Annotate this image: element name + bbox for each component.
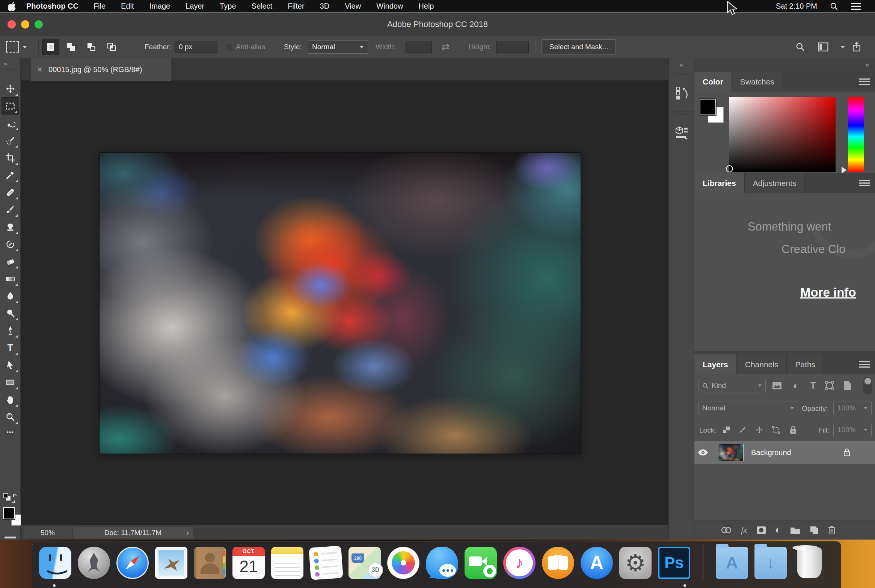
apple-menu-icon[interactable]: [8, 2, 16, 11]
new-group-icon[interactable]: [790, 526, 801, 534]
lasso-tool[interactable]: [2, 115, 19, 132]
lock-pixels-icon[interactable]: [736, 424, 749, 436]
dock-photos-icon[interactable]: [387, 547, 419, 579]
type-tool[interactable]: T: [2, 339, 19, 356]
color-picker-indicator[interactable]: [726, 165, 733, 172]
layer-thumbnail[interactable]: [718, 444, 744, 461]
document-tab[interactable]: × 00015.jpg @ 50% (RGB/8#): [31, 58, 171, 81]
canvas-image[interactable]: [100, 153, 581, 454]
3d-panel-icon[interactable]: [669, 115, 694, 151]
dock-system-preferences-icon[interactable]: ⚙: [619, 547, 652, 579]
menu-app-name[interactable]: Photoshop CC: [26, 2, 78, 11]
fill-select[interactable]: 100%: [833, 423, 872, 437]
more-info-link[interactable]: More info: [800, 285, 856, 300]
dock-finder-icon[interactable]: [39, 547, 71, 579]
share-icon[interactable]: [852, 36, 861, 58]
opacity-select[interactable]: 100%: [833, 401, 872, 415]
dock-maps-icon[interactable]: 280 3D: [348, 547, 381, 579]
panels-collapse-button[interactable]: «: [669, 58, 694, 72]
menu-select[interactable]: Select: [252, 2, 273, 11]
minimize-window-button[interactable]: [21, 20, 29, 29]
filter-adjustment-layers-icon[interactable]: ◐: [789, 380, 803, 392]
spotlight-search-icon[interactable]: [830, 2, 838, 11]
panel-menu-icon[interactable]: [859, 78, 870, 85]
tab-paths[interactable]: Paths: [787, 354, 824, 374]
status-chevron-icon[interactable]: ›: [186, 528, 189, 537]
panel-menu-icon[interactable]: [859, 180, 870, 186]
notification-center-icon[interactable]: [851, 3, 861, 10]
history-panel-icon[interactable]: [669, 75, 694, 112]
layer-row-background[interactable]: Background: [694, 441, 875, 464]
workspace-switcher-icon[interactable]: [818, 36, 828, 58]
dock-calendar-icon[interactable]: OCT 21: [232, 547, 265, 579]
close-tab-icon[interactable]: ×: [37, 64, 42, 75]
subtract-from-selection-button[interactable]: [83, 39, 100, 55]
panel-menu-icon[interactable]: [859, 361, 870, 368]
panels-header[interactable]: »: [694, 58, 875, 72]
spot-healing-brush-tool[interactable]: [2, 184, 19, 201]
menu-filter[interactable]: Filter: [288, 2, 304, 11]
menu-type[interactable]: Type: [220, 2, 236, 11]
anti-alias-checkbox[interactable]: [226, 36, 232, 58]
menu-window[interactable]: Window: [376, 2, 403, 11]
blur-tool[interactable]: [2, 287, 19, 305]
menu-view[interactable]: View: [345, 2, 361, 11]
dock-launchpad-icon[interactable]: [78, 547, 110, 579]
lock-position-icon[interactable]: [753, 424, 766, 436]
blend-mode-select[interactable]: Normal: [698, 401, 798, 415]
menu-edit[interactable]: Edit: [121, 2, 134, 11]
canvas-area[interactable]: [21, 81, 668, 525]
hand-tool[interactable]: [2, 391, 19, 408]
lock-transparency-icon[interactable]: [720, 424, 733, 436]
eyedropper-tool[interactable]: [2, 166, 19, 184]
tool-preset[interactable]: [6, 36, 27, 58]
tab-color[interactable]: Color: [694, 72, 732, 92]
dock-applications-folder-icon[interactable]: A: [716, 547, 748, 579]
select-and-mask-button[interactable]: Select and Mask...: [542, 40, 616, 54]
gradient-tool[interactable]: [2, 270, 19, 287]
add-to-selection-button[interactable]: [62, 39, 80, 55]
layer-filtering-toggle[interactable]: [863, 377, 872, 395]
brush-tool[interactable]: [2, 201, 19, 218]
rectangle-shape-tool[interactable]: [2, 374, 19, 391]
zoom-window-button[interactable]: [35, 20, 43, 29]
new-layer-icon[interactable]: [810, 526, 819, 535]
close-window-button[interactable]: [8, 20, 16, 29]
dock-mail-icon[interactable]: [155, 547, 187, 579]
menu-help[interactable]: Help: [418, 2, 434, 11]
menu-3d[interactable]: 3D: [320, 2, 330, 11]
dock-ibooks-icon[interactable]: [542, 547, 574, 579]
style-select[interactable]: Normal: [308, 40, 368, 54]
layer-visibility-toggle[interactable]: [694, 441, 712, 464]
dodge-tool[interactable]: [2, 305, 19, 322]
dock-reminders-icon[interactable]: [309, 546, 343, 580]
tab-libraries[interactable]: Libraries: [694, 173, 745, 193]
dock-downloads-folder-icon[interactable]: ↓: [754, 547, 787, 579]
chevron-down-icon[interactable]: [837, 36, 845, 58]
foreground-color-swatch[interactable]: [700, 99, 716, 115]
history-brush-tool[interactable]: [2, 235, 19, 253]
foreground-color-swatch[interactable]: [3, 507, 15, 519]
add-layer-mask-icon[interactable]: [756, 526, 766, 534]
dock-contacts-icon[interactable]: [194, 547, 226, 579]
document-info[interactable]: Doc: 11.7M/11.7M ›: [73, 527, 193, 538]
layer-style-icon[interactable]: fx: [741, 525, 747, 535]
quick-selection-tool[interactable]: [2, 132, 19, 149]
pen-tool[interactable]: [2, 322, 19, 339]
zoom-level-field[interactable]: 50%: [24, 527, 72, 538]
delete-layer-icon[interactable]: [828, 526, 836, 535]
dock-app-store-icon[interactable]: A: [581, 547, 613, 579]
hue-slider[interactable]: [848, 97, 864, 172]
quick-mask-button[interactable]: [5, 537, 16, 538]
filter-smart-objects-icon[interactable]: [841, 380, 854, 392]
rectangular-marquee-tool[interactable]: [2, 97, 19, 115]
dock-itunes-icon[interactable]: ♪: [503, 547, 536, 579]
move-tool[interactable]: [2, 80, 19, 97]
swap-dimensions-icon[interactable]: ⇄: [442, 36, 450, 58]
hue-slider-pointer[interactable]: [842, 167, 846, 173]
dock-messages-icon[interactable]: [426, 547, 458, 579]
toolbar-collapse-button[interactable]: »: [0, 58, 20, 80]
height-input[interactable]: [496, 41, 529, 53]
new-selection-button[interactable]: [42, 39, 59, 55]
dock-facetime-icon[interactable]: [465, 547, 497, 579]
